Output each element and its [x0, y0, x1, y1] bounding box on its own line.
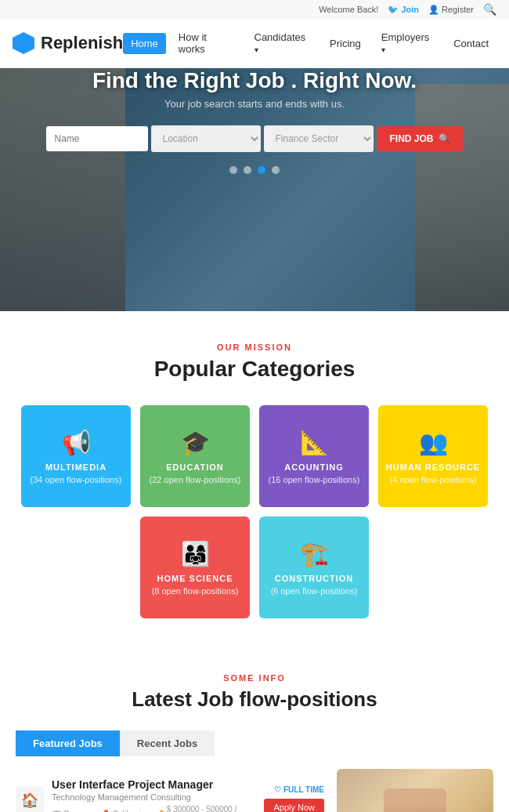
nav-home[interactable]: Home [123, 33, 166, 54]
job-meta-1: 🏢 Comera 📍 California 💰 $ 300000 - 50000… [52, 805, 256, 812]
jobs-section: SOME INFO Latest Job flow-positions Feat… [0, 650, 509, 812]
nav-contact[interactable]: Contact [446, 33, 496, 54]
navbar: Replenish Home How it works Candidates P… [0, 19, 509, 68]
location-select[interactable]: Location [151, 125, 261, 152]
dot-3[interactable] [258, 166, 265, 174]
twitter-icon: 🐦 [388, 5, 399, 15]
jobs-tabs: Featured Jobs Recent Jobs [16, 730, 493, 756]
nav-candidates[interactable]: Candidates [247, 27, 318, 60]
job-state-1: 📍 California [101, 805, 146, 812]
job-title-1: User Interface Project Manager [52, 778, 256, 791]
tab-featured-jobs[interactable]: Featured Jobs [16, 730, 120, 756]
category-education[interactable]: 🎓 EDUCATION (22 open flow-positions) [140, 405, 250, 507]
categories-section: OUR MISSION Popular Categories 📢 MULTIME… [0, 311, 509, 650]
sector-select[interactable]: Finance Sector [264, 125, 374, 152]
category-multimedia[interactable]: 📢 MULTIMEDIA (34 open flow-positions) [21, 405, 131, 507]
job-salary-1: 💰 $ 300000 - 500000 / Annum [155, 805, 257, 812]
building-icon: 🏠 [21, 792, 38, 809]
jobs-side-images [337, 769, 493, 812]
job-image-1 [337, 769, 493, 812]
category-construction[interactable]: 🏗️ CONSTRUCTION (6 open flow-positions) [259, 517, 369, 618]
multimedia-icon: 📢 [62, 429, 91, 456]
construction-icon: 🏗️ [300, 540, 329, 567]
job-icon-1: 🏠 [16, 786, 44, 812]
logo[interactable]: Replenish [13, 32, 123, 54]
job-right-1: ♡ FULL TIME Apply Now [264, 785, 324, 813]
homescience-icon: 👨‍👩‍👧 [181, 540, 210, 567]
nav-pricing[interactable]: Pricing [322, 33, 369, 54]
category-hr[interactable]: 👥 HUMAN RESOURCE (4 open flow-positions) [378, 405, 488, 507]
hr-icon: 👥 [419, 429, 448, 456]
job-company-1: Technology Management Consulting [52, 792, 256, 802]
jobs-section-label: SOME INFO [16, 673, 493, 683]
dot-4[interactable] [272, 166, 280, 174]
job-details-1: User Interface Project Manager Technolog… [52, 778, 256, 812]
categories-label: OUR MISSION [16, 343, 493, 352]
nav-links: Home How it works Candidates Pricing Emp… [123, 27, 496, 60]
name-input[interactable] [46, 126, 148, 151]
hero-search-bar: Location Finance Sector FIND JOB 🔍 [16, 125, 493, 152]
tab-recent-jobs[interactable]: Recent Jobs [120, 730, 215, 756]
search-icon: 🔍 [439, 133, 450, 144]
logo-text: Replenish [41, 33, 123, 53]
nav-employers[interactable]: Employers [374, 27, 441, 60]
education-icon: 🎓 [181, 429, 210, 456]
categories-title: Popular Categories [16, 357, 493, 382]
jobs-section-title: Latest Job flow-positions [16, 687, 493, 712]
accounting-icon: 📐 [300, 429, 329, 456]
job-location-1: 🏢 Comera [52, 805, 92, 812]
pin-icon: 📍 [101, 810, 110, 813]
category-homescience[interactable]: 👨‍👩‍👧 HOME SCIENCE (8 open flow-position… [140, 517, 250, 618]
logo-icon [13, 32, 34, 54]
hero-title: Find the Right Job . Right Now. [16, 68, 493, 93]
dot-2[interactable] [244, 166, 251, 174]
find-job-button[interactable]: FIND JOB 🔍 [377, 126, 462, 151]
jobs-layout: 🏠 User Interface Project Manager Technol… [16, 769, 493, 812]
hero-subtitle: Your job search starts and ends with us. [16, 98, 493, 110]
job-item-1: 🏠 User Interface Project Manager Technol… [16, 769, 324, 812]
login-link[interactable]: 🐦 Join [388, 5, 419, 15]
search-icon[interactable]: 🔍 [483, 3, 496, 16]
category-accounting[interactable]: 📐 ACOUNTING (16 open flow-positions) [259, 405, 369, 507]
welcome-text: Welcome Back! [319, 5, 378, 14]
hero-section: Find the Right Job . Right Now. Your job… [0, 68, 509, 311]
jobs-list: 🏠 User Interface Project Manager Technol… [16, 769, 324, 812]
apply-button-1[interactable]: Apply Now [264, 799, 324, 813]
categories-grid: 📢 MULTIMEDIA (34 open flow-positions) 🎓 … [16, 405, 493, 618]
job-type-1: ♡ FULL TIME [274, 785, 324, 794]
user-icon: 👤 [428, 5, 439, 15]
heart-icon: ♡ [274, 785, 281, 794]
register-link[interactable]: 👤 Register [428, 5, 474, 15]
building-icon: 🏢 [52, 810, 61, 813]
top-bar: Welcome Back! 🐦 Join 👤 Register 🔍 [0, 0, 509, 19]
hero-dots [16, 166, 493, 174]
nav-how-it-works[interactable]: How it works [171, 27, 242, 60]
dollar-icon: 💰 [155, 810, 164, 813]
dot-1[interactable] [229, 166, 237, 174]
